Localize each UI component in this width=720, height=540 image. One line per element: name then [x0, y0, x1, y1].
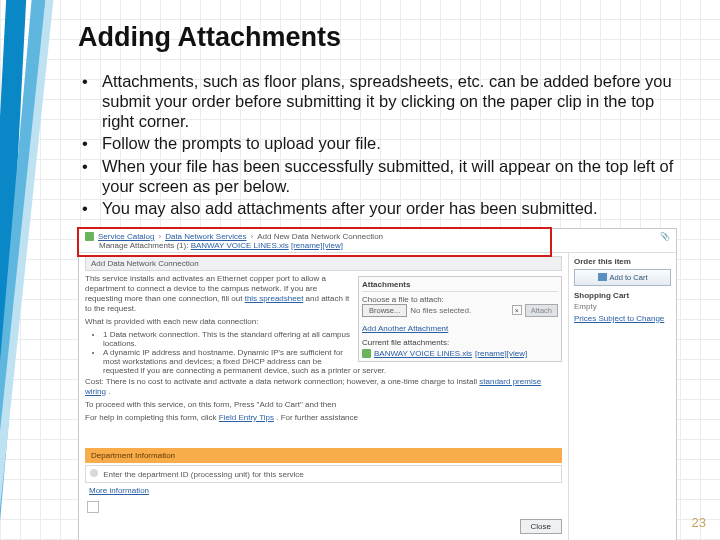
help-text: For help in completing this form, click … — [85, 413, 562, 423]
order-sidebar: Order this item Add to Cart Shopping Car… — [568, 253, 676, 540]
section-title: Add Data Network Connection — [85, 256, 562, 271]
current-attachments-label: Current file attachments: — [362, 338, 558, 347]
prices-subject-link[interactable]: Prices Subject to Change — [574, 314, 671, 323]
screenshot-illustration: Service Catalog › Data Network Services … — [78, 228, 677, 540]
department-info-header: Department Information — [85, 448, 562, 463]
info-icon — [90, 469, 98, 477]
department-field-label: Enter the department ID (processing unit… — [103, 470, 304, 479]
attachments-heading: Attachments — [362, 280, 558, 292]
form-main: Add Data Network Connection Attachments … — [79, 253, 568, 540]
more-information-link[interactable]: More information — [89, 486, 149, 495]
cost-text: Cost: There is no cost to activate and a… — [85, 377, 562, 397]
close-button[interactable]: Close — [520, 519, 562, 534]
page-icon — [85, 232, 94, 241]
breadcrumb-current: Add New Data Network Connection — [257, 232, 383, 241]
add-another-attachment-link[interactable]: Add Another Attachment — [362, 324, 448, 333]
cart-icon — [598, 273, 607, 281]
list-item: Follow the prompts to upload your file. — [78, 133, 690, 153]
slide-content: Adding Attachments Attachments, such as … — [78, 22, 690, 540]
current-file-ops[interactable]: [rename][view] — [475, 349, 527, 358]
browse-button[interactable]: Browse... — [362, 304, 407, 317]
attachment-file-link[interactable]: BANWAY VOICE LINES.xls — [191, 241, 289, 250]
attachment-ops-link[interactable]: [rename][view] — [291, 241, 343, 250]
breadcrumb-separator: › — [251, 232, 254, 241]
manage-label: Manage Attachments (1): — [99, 241, 188, 250]
slide-title: Adding Attachments — [78, 22, 690, 53]
desc-text: For help in completing this form, click — [85, 413, 219, 422]
attach-button[interactable]: Attach — [525, 304, 558, 317]
shopping-cart-title: Shopping Cart — [574, 291, 671, 300]
breadcrumb-separator: › — [158, 232, 161, 241]
order-title: Order this item — [574, 257, 671, 266]
desc-text: . For further assistance — [276, 413, 358, 422]
department-field-row: Enter the department ID (processing unit… — [85, 465, 562, 483]
attachments-panel: Attachments Choose a file to attach: Bro… — [358, 276, 562, 362]
field-tips-link[interactable]: Field Entry Tips — [219, 413, 274, 422]
page-number: 23 — [692, 515, 706, 530]
no-file-selected: No files selected. — [410, 306, 471, 315]
add-to-cart-button[interactable]: Add to Cart — [574, 269, 671, 286]
paperclip-icon[interactable]: 📎 — [660, 232, 670, 241]
breadcrumb-link[interactable]: Data Network Services — [165, 232, 246, 241]
breadcrumb: Service Catalog › Data Network Services … — [79, 229, 676, 241]
toolbar-icons — [85, 501, 562, 513]
file-icon — [362, 349, 371, 358]
list-item: Attachments, such as floor plans, spread… — [78, 71, 690, 131]
slide-left-accent — [0, 0, 60, 540]
desc-text: Cost: There is no cost to activate and a… — [85, 377, 479, 386]
manage-attachments-row: Manage Attachments (1): BANWAY VOICE LIN… — [79, 241, 676, 252]
spreadsheet-link[interactable]: this spreadsheet — [245, 294, 304, 303]
breadcrumb-link[interactable]: Service Catalog — [98, 232, 154, 241]
tool-search-icon[interactable] — [87, 501, 99, 513]
bullet-list: Attachments, such as floor plans, spread… — [78, 71, 690, 218]
list-item: When your file has been successfully sub… — [78, 156, 690, 196]
desc-text: . — [108, 387, 110, 396]
current-file-link[interactable]: BANWAY VOICE LINES.xls — [374, 349, 472, 358]
cart-empty-label: Empty — [574, 302, 671, 311]
remove-file-icon[interactable]: × — [512, 305, 522, 315]
proceed-text: To proceed with this service, on this fo… — [85, 400, 562, 410]
choose-file-label: Choose a file to attach: — [362, 295, 558, 304]
app-window: Service Catalog › Data Network Services … — [78, 228, 677, 540]
add-to-cart-label: Add to Cart — [610, 273, 648, 282]
list-item: You may also add attachments after your … — [78, 198, 690, 218]
